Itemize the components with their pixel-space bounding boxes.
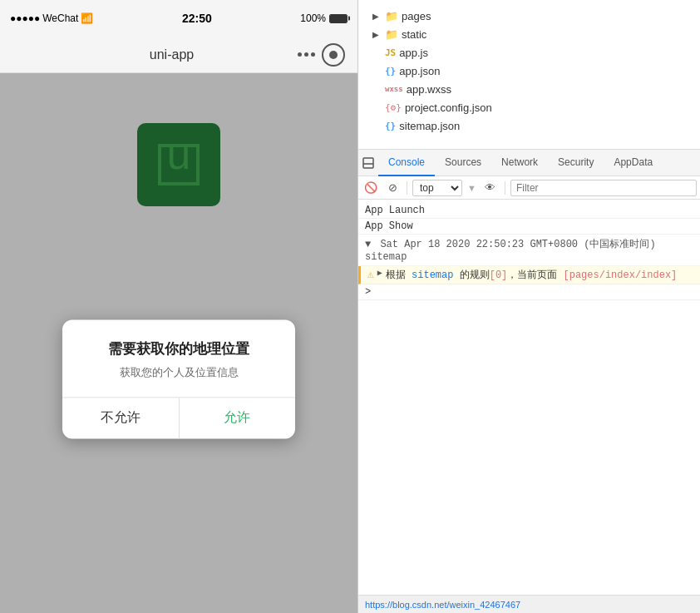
status-bar: ●●●●● WeChat 📶 22:50 100%: [0, 0, 357, 37]
status-right: 100%: [300, 12, 348, 24]
filter-button[interactable]: ⊘: [383, 179, 402, 197]
tab-appdata[interactable]: AppData: [604, 150, 663, 176]
console-line-app-show: App Show: [358, 219, 700, 235]
tree-item-sitemap-json[interactable]: {} sitemap.json: [358, 116, 700, 135]
allow-button[interactable]: 允许: [180, 398, 296, 438]
nav-title: uni-app: [150, 47, 194, 62]
folder-icon: 📁: [385, 10, 398, 22]
deny-button[interactable]: 不允许: [62, 398, 180, 438]
console-date-line: ▼ Sat Apr 18 2020 22:50:23 GMT+0800 (中国标…: [358, 235, 700, 266]
wxss-icon: wxss: [385, 85, 403, 93]
nav-circle-inner: [329, 51, 338, 59]
devtools-panel: ▶ 📁 pages ▶ 📁 static JS app.js {} app.js…: [357, 0, 700, 613]
context-arrow: ▼: [467, 183, 476, 193]
dialog-buttons: 不允许 允许: [62, 397, 295, 438]
tab-network[interactable]: Network: [491, 150, 548, 176]
permission-dialog: 需要获取你的地理位置 获取您的个人及位置信息 不允许 允许: [62, 319, 295, 438]
console-expand-arrow[interactable]: >: [365, 286, 693, 298]
toolbar-divider-2: [505, 181, 505, 195]
app-icon-letter: u: [158, 144, 200, 185]
phone-content: u 需要获取你的地理位置 获取您的个人及位置信息 不允许 允许: [0, 73, 357, 613]
tab-security[interactable]: Security: [548, 150, 604, 176]
folder-name-pages: pages: [402, 10, 431, 22]
file-name-app-wxss: app.wxss: [407, 83, 451, 96]
dot-2: [304, 52, 308, 57]
phone-screen: ●●●●● WeChat 📶 22:50 100% uni-app: [0, 0, 357, 613]
tree-item-static[interactable]: ▶ 📁 static: [358, 25, 700, 43]
date-text: Sat Apr 18 2020 22:50:23 GMT+0800 (中国标准时…: [365, 239, 656, 263]
tab-console[interactable]: Console: [378, 150, 435, 176]
dialog-description: 获取您的个人及位置信息: [79, 365, 279, 380]
clear-console-button[interactable]: 🚫: [362, 179, 380, 197]
app-icon: u: [137, 123, 220, 206]
tree-item-app-js[interactable]: JS app.js: [358, 43, 700, 62]
nav-dots[interactable]: [298, 52, 315, 57]
tree-item-app-wxss[interactable]: wxss app.wxss: [358, 80, 700, 98]
file-name-app-json: app.json: [399, 65, 440, 77]
devtools-dock-icon[interactable]: [362, 156, 375, 170]
filter-input[interactable]: [510, 180, 697, 196]
wifi-icon: 📶: [81, 12, 93, 24]
json-icon-2: {}: [385, 121, 396, 131]
console-line-warning: ⚠ ▶ 根据 sitemap 的规则[0]，当前页面 [pages/index/…: [358, 266, 700, 284]
eye-button[interactable]: 👁: [481, 179, 500, 197]
tree-item-project-config[interactable]: {⚙} project.config.json: [358, 98, 700, 116]
svg-rect-0: [363, 158, 373, 168]
expand-arrow[interactable]: ▼: [365, 239, 371, 250]
battery-bar: [329, 14, 348, 23]
console-line-expand: >: [358, 284, 700, 300]
devtools-tabs: Console Sources Network Security AppData: [358, 150, 700, 176]
tree-item-app-json[interactable]: {} app.json: [358, 62, 700, 80]
folder-name-static: static: [402, 28, 426, 41]
config-icon: {⚙}: [385, 102, 402, 113]
js-icon: JS: [385, 47, 396, 58]
nav-bar: uni-app: [0, 37, 357, 73]
dialog-title: 需要获取你的地理位置: [79, 339, 279, 358]
phone-panel: ●●●●● WeChat 📶 22:50 100% uni-app: [0, 0, 357, 613]
toolbar-divider: [407, 181, 407, 195]
arrow-icon: ▶: [372, 12, 380, 20]
file-tree: ▶ 📁 pages ▶ 📁 static JS app.js {} app.js…: [358, 0, 700, 150]
battery-fill: [330, 15, 347, 22]
json-icon: {}: [385, 66, 396, 77]
sitemap-link: sitemap: [412, 269, 453, 281]
page-path: [pages/index/index]: [564, 269, 678, 281]
signal-dots: ●●●●●: [10, 12, 40, 24]
nav-record-btn[interactable]: [322, 43, 345, 67]
dot-1: [298, 52, 302, 57]
tree-item-pages[interactable]: ▶ 📁 pages: [358, 7, 700, 25]
warning-icon: ⚠: [367, 268, 374, 281]
console-output: App Launch App Show ▼ Sat Apr 18 2020 22…: [358, 200, 700, 595]
console-line-app-launch: App Launch: [358, 203, 700, 219]
context-selector[interactable]: top: [412, 180, 462, 196]
carrier-label: WeChat: [42, 12, 78, 24]
file-name-app-js: app.js: [399, 47, 428, 59]
console-warning-text: 根据 sitemap 的规则[0]，当前页面 [pages/index/inde…: [386, 268, 693, 282]
console-text-app-launch: App Launch: [365, 205, 693, 216]
dot-3: [311, 52, 315, 57]
tab-sources[interactable]: Sources: [435, 150, 491, 176]
url-bar: https://blog.csdn.net/weixin_42467467: [358, 595, 700, 613]
status-signals: ●●●●● WeChat 📶: [10, 12, 93, 24]
expand-btn[interactable]: ▶: [377, 268, 382, 278]
console-toolbar: 🚫 ⊘ top ▼ 👁: [358, 176, 700, 200]
console-text-app-show: App Show: [365, 220, 693, 232]
status-time: 22:50: [182, 12, 212, 25]
bracket-text: [0]: [490, 269, 508, 281]
url-text: https://blog.csdn.net/weixin_42467467: [365, 600, 520, 610]
folder-icon: 📁: [385, 28, 398, 41]
file-name-project-config: project.config.json: [405, 101, 492, 114]
battery-percent: 100%: [300, 12, 326, 24]
arrow-icon: ▶: [372, 30, 380, 38]
file-name-sitemap-json: sitemap.json: [399, 120, 460, 132]
